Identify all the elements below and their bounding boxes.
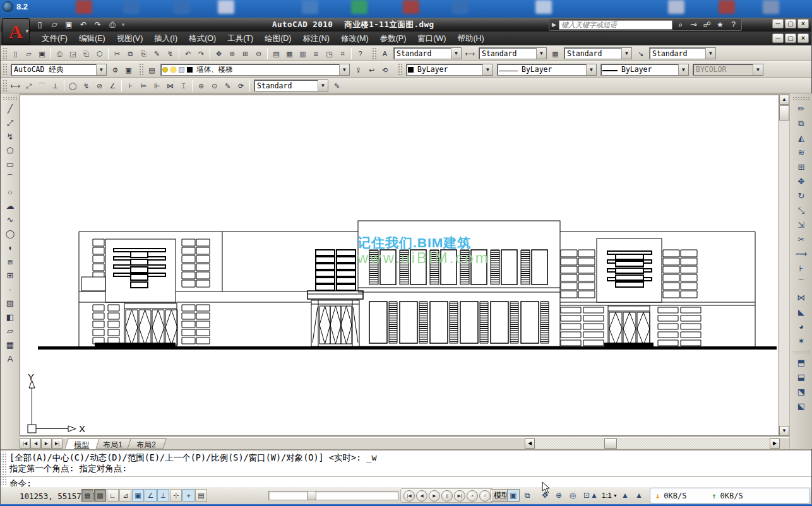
- dim-style-apply-button[interactable]: ✎: [331, 79, 343, 91]
- status-slider[interactable]: [268, 491, 398, 500]
- dim-spacing-button[interactable]: ⋈: [164, 79, 176, 91]
- match-properties-button[interactable]: ✎: [151, 47, 163, 59]
- menu-dimension[interactable]: 标注(N): [297, 32, 335, 46]
- quick-properties-toggle[interactable]: ▤: [195, 489, 207, 502]
- paste-button[interactable]: ⎘: [138, 47, 150, 59]
- linetype-combo[interactable]: ByLayer▼: [497, 64, 597, 76]
- open-icon[interactable]: ▱: [48, 20, 61, 30]
- new-icon[interactable]: ▯: [33, 20, 46, 30]
- toolbar-grip[interactable]: [3, 63, 7, 75]
- tool-palettes-button[interactable]: ▥: [297, 47, 309, 59]
- redo-icon[interactable]: ↷: [92, 20, 104, 30]
- osnap-toggle[interactable]: ▣: [132, 489, 144, 502]
- quick-view-layouts-button[interactable]: ▣: [507, 489, 520, 502]
- menu-window[interactable]: 窗口(W): [412, 32, 451, 46]
- offset-button[interactable]: ≋: [794, 146, 808, 160]
- stop-button[interactable]: ×: [467, 490, 478, 502]
- search-binoculars-icon[interactable]: ⌕: [675, 20, 686, 29]
- menu-edit[interactable]: 编辑(E): [73, 32, 111, 46]
- annotation-scale-value[interactable]: 1:1: [602, 491, 612, 499]
- dim-break-button[interactable]: ⌶: [177, 79, 189, 91]
- copy-button[interactable]: ⧉: [794, 117, 808, 131]
- command-line-panel[interactable]: [全部(A)/中心(C)/动态(D)/范围(E)/上一个(P)/比例(S)/窗口…: [1, 449, 811, 486]
- favorites-star-icon[interactable]: ★: [715, 20, 725, 29]
- dim-baseline-button[interactable]: ⊨: [138, 79, 150, 91]
- dim-edit-button[interactable]: ✎: [222, 79, 234, 91]
- dim-ordinate-button[interactable]: ⟂: [49, 79, 61, 91]
- menu-parametric[interactable]: 参数(P): [374, 32, 412, 46]
- rectangle-button[interactable]: ▭: [3, 158, 17, 172]
- fillet-button[interactable]: ◕: [794, 320, 808, 334]
- send-to-back-button[interactable]: ⬓: [794, 370, 808, 385]
- workspace-combo[interactable]: AutoCAD 经典▼: [11, 64, 107, 76]
- block-editor-button[interactable]: ↯: [164, 47, 176, 59]
- toolbar-grip[interactable]: [372, 47, 376, 59]
- layer-previous-button[interactable]: ↩: [366, 64, 378, 76]
- new-button[interactable]: ▯: [9, 47, 21, 59]
- ortho-toggle[interactable]: ∟: [107, 489, 119, 502]
- tolerance-button[interactable]: ⊕: [195, 79, 207, 91]
- ellipse-arc-button[interactable]: ◖: [3, 241, 17, 255]
- point-button[interactable]: ·: [3, 283, 17, 297]
- drawing-canvas[interactable]: Y X 记住我们.BIM建筑 www.uiBIM.com: [20, 95, 779, 436]
- trim-button[interactable]: ✂: [794, 233, 808, 247]
- lineweight-toggle[interactable]: ＋: [182, 489, 194, 502]
- zoom-status-button[interactable]: ⊕: [552, 489, 565, 502]
- play-button[interactable]: ▶: [429, 490, 440, 502]
- break-at-point-button[interactable]: ⊦: [794, 262, 808, 276]
- hatch-button[interactable]: ▨: [3, 297, 17, 310]
- dim-update-button[interactable]: ⟳: [235, 79, 247, 91]
- menu-draw[interactable]: 绘图(D): [259, 32, 297, 46]
- horizontal-scroll-thumb[interactable]: [604, 438, 617, 449]
- move-button[interactable]: ✥: [794, 175, 808, 189]
- sheet-set-button[interactable]: ⧈: [310, 47, 322, 59]
- save-icon[interactable]: ▣: [63, 20, 75, 30]
- save-button[interactable]: ▣: [36, 47, 48, 59]
- tab-last-button[interactable]: ▶|: [52, 438, 63, 449]
- layer-properties-button[interactable]: ▤: [146, 64, 158, 76]
- play-prev-button[interactable]: ◀: [416, 490, 427, 502]
- otrack-toggle[interactable]: ∠: [145, 489, 157, 502]
- doc-close-button[interactable]: ×: [797, 33, 809, 43]
- scroll-right-button[interactable]: ▶: [770, 438, 780, 449]
- lock-location-icon[interactable]: ▣: [122, 64, 134, 76]
- communication-center-icon[interactable]: ☍: [702, 20, 712, 29]
- zoom-realtime-button[interactable]: ⊕: [226, 47, 238, 59]
- menu-insert[interactable]: 插入(I): [148, 32, 183, 46]
- spline-button[interactable]: ∿: [3, 213, 17, 227]
- tab-model[interactable]: 模型: [64, 438, 100, 449]
- mirror-button[interactable]: ◭: [794, 131, 808, 146]
- menu-tools[interactable]: 工具(T): [222, 32, 259, 46]
- annotation-visibility-button[interactable]: ▲: [619, 489, 631, 502]
- undo-button[interactable]: ↶: [182, 47, 194, 59]
- table-button[interactable]: ▦: [3, 338, 17, 352]
- zoom-window-button[interactable]: ⊞: [239, 47, 251, 59]
- grid-toggle[interactable]: ▩: [94, 489, 106, 502]
- autoscale-button[interactable]: ▲: [633, 489, 645, 502]
- toolbar-grip[interactable]: [3, 79, 7, 91]
- pause-button[interactable]: ||: [441, 490, 453, 502]
- slider-thumb[interactable]: [307, 491, 316, 500]
- scale-button[interactable]: ⤡: [794, 204, 808, 218]
- quick-view-drawings-button[interactable]: ⧉: [521, 489, 534, 502]
- doc-minimize-button[interactable]: ─: [772, 33, 784, 43]
- extend-button[interactable]: ⟿: [794, 247, 808, 262]
- insert-block-button[interactable]: ⧈: [3, 255, 17, 269]
- application-menu-button[interactable]: A▾: [2, 18, 30, 45]
- text-style-combo[interactable]: Standard▼: [393, 47, 462, 59]
- dim-jogged-button[interactable]: ↯: [80, 79, 92, 91]
- toolbar-grip[interactable]: [139, 63, 143, 75]
- toolbar-grip[interactable]: [792, 97, 811, 100]
- zoom-previous-button[interactable]: ⊖: [253, 47, 265, 59]
- dim-linear-button[interactable]: ⟷: [9, 79, 21, 91]
- restore-button[interactable]: ▢: [785, 19, 796, 28]
- join-button[interactable]: ⋈: [794, 291, 808, 305]
- vertical-scroll-thumb[interactable]: [779, 105, 789, 121]
- menu-view[interactable]: 视图(V): [111, 32, 149, 46]
- plot-icon[interactable]: ⎙: [106, 20, 119, 30]
- dim-diameter-button[interactable]: ⊘: [93, 79, 105, 91]
- lineweight-combo[interactable]: ByLayer▼: [600, 64, 689, 76]
- bring-above-objects-button[interactable]: ⬔: [794, 385, 808, 399]
- mleader-style-combo[interactable]: Standard▼: [649, 47, 716, 59]
- make-block-button[interactable]: ⊞: [3, 269, 17, 283]
